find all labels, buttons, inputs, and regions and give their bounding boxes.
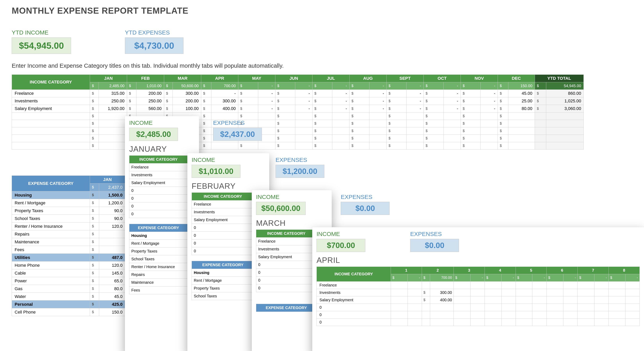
expense-table[interactable]: EXPENSE CATEGORYJAN$2,437.0Housing$1,500…	[12, 175, 125, 316]
apr-expenses-value: $0.00	[410, 239, 459, 252]
jan-income-category-table[interactable]: INCOME CATEGORYFreelanceInvestmentsSalar…	[129, 155, 188, 218]
instructions-text: Enter Income and Expense Category titles…	[12, 62, 284, 69]
jan-month-name: JANUARY	[129, 145, 195, 153]
apr-income-value: $700.00	[316, 239, 365, 252]
feb-income-category-table[interactable]: INCOME CATEGORYFreelanceInvestmentsSalar…	[192, 192, 254, 255]
mar-income-label: INCOME	[256, 194, 306, 200]
jan-income-value: $2,485.00	[129, 128, 178, 141]
jan-expense-category-table[interactable]: EXPENSE CATEGORYHousingRent / MortgagePr…	[129, 224, 188, 294]
jan-income-label: INCOME	[129, 119, 178, 126]
feb-income-value: $1,010.00	[192, 165, 240, 178]
ytd-expenses-label: YTD EXPENSES	[125, 29, 184, 36]
apr-income-table[interactable]: INCOME CATEGORY12345678$-$700.00$-$-$-$-…	[316, 267, 640, 326]
feb-expenses-label: EXPENSES	[276, 157, 324, 163]
ytd-expenses-block: YTD EXPENSES $4,730.00	[125, 29, 184, 54]
feb-expenses-value: $1,200.00	[276, 165, 324, 178]
mar-expenses-label: EXPENSES	[341, 194, 390, 200]
mar-income-category-table[interactable]: INCOME CATEGORYFreelanceInvestmentsSalar…	[256, 230, 316, 292]
ytd-income-value: $54,945.00	[12, 37, 71, 54]
apr-month-name: APRIL	[316, 256, 640, 265]
mar-expense-category-table[interactable]: EXPENSE CATEGORY	[256, 304, 316, 312]
ytd-income-block: YTD INCOME $54,945.00	[12, 29, 71, 54]
jan-expenses-label: EXPENSES	[213, 119, 262, 126]
feb-income-label: INCOME	[192, 157, 240, 163]
mar-expense-header: EXPENSE CATEGORY	[256, 304, 316, 312]
ytd-income-label: YTD INCOME	[12, 29, 71, 36]
ytd-expenses-value: $4,730.00	[125, 37, 184, 54]
apr-income-label: INCOME	[316, 231, 365, 237]
page-title: MONTHLY EXPENSE REPORT TEMPLATE	[12, 6, 188, 15]
april-panel: INCOME $700.00 EXPENSES $0.00 APRIL INCO…	[312, 227, 644, 351]
apr-expenses-label: EXPENSES	[410, 231, 459, 237]
jan-expenses-value: $2,437.00	[213, 128, 262, 141]
feb-expense-category-table[interactable]: EXPENSE CATEGORYHousingRent / MortgagePr…	[192, 261, 254, 300]
mar-income-value: $50,600.00	[256, 202, 306, 215]
mar-expenses-value: $0.00	[341, 202, 390, 215]
mar-month-name: MARCH	[256, 219, 328, 228]
income-table[interactable]: INCOME CATEGORYJANFEBMARAPRMAYJUNJULAUGS…	[12, 74, 584, 150]
feb-month-name: FEBRUARY	[192, 182, 265, 191]
